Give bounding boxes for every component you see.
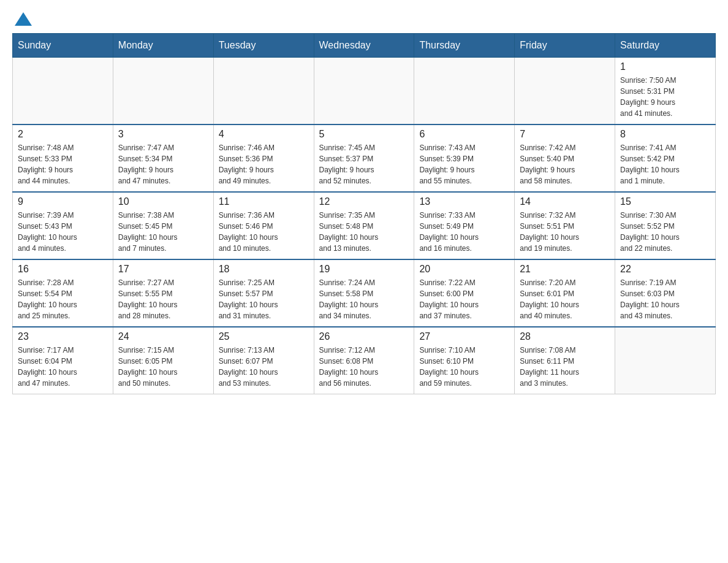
calendar-cell: 28Sunrise: 7:08 AM Sunset: 6:11 PM Dayli… bbox=[515, 327, 615, 394]
calendar-cell: 13Sunrise: 7:33 AM Sunset: 5:49 PM Dayli… bbox=[414, 192, 515, 259]
day-number: 7 bbox=[520, 129, 610, 140]
day-info: Sunrise: 7:46 AM Sunset: 5:36 PM Dayligh… bbox=[219, 142, 309, 186]
calendar-cell bbox=[13, 58, 113, 125]
calendar-cell: 11Sunrise: 7:36 AM Sunset: 5:46 PM Dayli… bbox=[213, 192, 314, 259]
day-info: Sunrise: 7:30 AM Sunset: 5:52 PM Dayligh… bbox=[620, 210, 710, 254]
calendar-cell: 26Sunrise: 7:12 AM Sunset: 6:08 PM Dayli… bbox=[314, 327, 414, 394]
calendar-cell: 6Sunrise: 7:43 AM Sunset: 5:39 PM Daylig… bbox=[414, 124, 515, 192]
calendar-week-3: 9Sunrise: 7:39 AM Sunset: 5:43 PM Daylig… bbox=[13, 192, 716, 259]
logo bbox=[12, 12, 32, 27]
calendar-week-1: 1Sunrise: 7:50 AM Sunset: 5:31 PM Daylig… bbox=[13, 58, 716, 125]
weekday-header-sunday: Sunday bbox=[13, 34, 113, 58]
day-info: Sunrise: 7:48 AM Sunset: 5:33 PM Dayligh… bbox=[18, 142, 108, 186]
calendar-header-row: SundayMondayTuesdayWednesdayThursdayFrid… bbox=[13, 34, 716, 58]
day-number: 17 bbox=[118, 264, 208, 275]
day-number: 28 bbox=[520, 331, 610, 342]
day-number: 26 bbox=[319, 331, 409, 342]
day-info: Sunrise: 7:41 AM Sunset: 5:42 PM Dayligh… bbox=[620, 142, 710, 186]
calendar-cell: 2Sunrise: 7:48 AM Sunset: 5:33 PM Daylig… bbox=[13, 124, 113, 192]
day-number: 9 bbox=[18, 196, 108, 207]
day-number: 21 bbox=[520, 264, 610, 275]
day-info: Sunrise: 7:13 AM Sunset: 6:07 PM Dayligh… bbox=[219, 345, 309, 389]
day-info: Sunrise: 7:50 AM Sunset: 5:31 PM Dayligh… bbox=[620, 75, 710, 119]
calendar-cell: 19Sunrise: 7:24 AM Sunset: 5:58 PM Dayli… bbox=[314, 259, 414, 327]
calendar-cell: 9Sunrise: 7:39 AM Sunset: 5:43 PM Daylig… bbox=[13, 192, 113, 259]
day-number: 16 bbox=[18, 264, 108, 275]
day-number: 14 bbox=[520, 196, 610, 207]
weekday-header-thursday: Thursday bbox=[414, 34, 515, 58]
calendar-cell: 15Sunrise: 7:30 AM Sunset: 5:52 PM Dayli… bbox=[615, 192, 716, 259]
day-number: 11 bbox=[219, 196, 309, 207]
day-number: 19 bbox=[319, 264, 409, 275]
day-number: 12 bbox=[319, 196, 409, 207]
day-info: Sunrise: 7:47 AM Sunset: 5:34 PM Dayligh… bbox=[118, 142, 208, 186]
day-number: 20 bbox=[419, 264, 509, 275]
day-number: 23 bbox=[18, 331, 108, 342]
calendar-cell bbox=[515, 58, 615, 125]
calendar-cell bbox=[113, 58, 213, 125]
calendar-cell: 27Sunrise: 7:10 AM Sunset: 6:10 PM Dayli… bbox=[414, 327, 515, 394]
calendar-cell: 10Sunrise: 7:38 AM Sunset: 5:45 PM Dayli… bbox=[113, 192, 213, 259]
calendar-cell: 12Sunrise: 7:35 AM Sunset: 5:48 PM Dayli… bbox=[314, 192, 414, 259]
day-number: 2 bbox=[18, 129, 108, 140]
day-number: 8 bbox=[620, 129, 710, 140]
weekday-header-friday: Friday bbox=[515, 34, 615, 58]
day-info: Sunrise: 7:39 AM Sunset: 5:43 PM Dayligh… bbox=[18, 210, 108, 254]
day-number: 6 bbox=[419, 129, 509, 140]
calendar-table: SundayMondayTuesdayWednesdayThursdayFrid… bbox=[12, 33, 716, 394]
day-info: Sunrise: 7:20 AM Sunset: 6:01 PM Dayligh… bbox=[520, 277, 610, 321]
calendar-cell: 4Sunrise: 7:46 AM Sunset: 5:36 PM Daylig… bbox=[213, 124, 314, 192]
calendar-cell: 20Sunrise: 7:22 AM Sunset: 6:00 PM Dayli… bbox=[414, 259, 515, 327]
calendar-cell: 25Sunrise: 7:13 AM Sunset: 6:07 PM Dayli… bbox=[213, 327, 314, 394]
day-info: Sunrise: 7:27 AM Sunset: 5:55 PM Dayligh… bbox=[118, 277, 208, 321]
calendar-cell: 16Sunrise: 7:28 AM Sunset: 5:54 PM Dayli… bbox=[13, 259, 113, 327]
weekday-header-tuesday: Tuesday bbox=[213, 34, 314, 58]
day-info: Sunrise: 7:25 AM Sunset: 5:57 PM Dayligh… bbox=[219, 277, 309, 321]
calendar-cell: 21Sunrise: 7:20 AM Sunset: 6:01 PM Dayli… bbox=[515, 259, 615, 327]
day-number: 10 bbox=[118, 196, 208, 207]
day-info: Sunrise: 7:42 AM Sunset: 5:40 PM Dayligh… bbox=[520, 142, 610, 186]
calendar-cell: 7Sunrise: 7:42 AM Sunset: 5:40 PM Daylig… bbox=[515, 124, 615, 192]
calendar-cell: 23Sunrise: 7:17 AM Sunset: 6:04 PM Dayli… bbox=[13, 327, 113, 394]
weekday-header-saturday: Saturday bbox=[615, 34, 716, 58]
calendar-week-2: 2Sunrise: 7:48 AM Sunset: 5:33 PM Daylig… bbox=[13, 124, 716, 192]
day-number: 22 bbox=[620, 264, 710, 275]
day-info: Sunrise: 7:10 AM Sunset: 6:10 PM Dayligh… bbox=[419, 345, 509, 389]
day-info: Sunrise: 7:22 AM Sunset: 6:00 PM Dayligh… bbox=[419, 277, 509, 321]
day-number: 25 bbox=[219, 331, 309, 342]
calendar-cell bbox=[213, 58, 314, 125]
day-info: Sunrise: 7:15 AM Sunset: 6:05 PM Dayligh… bbox=[118, 345, 208, 389]
calendar-week-4: 16Sunrise: 7:28 AM Sunset: 5:54 PM Dayli… bbox=[13, 259, 716, 327]
calendar-week-5: 23Sunrise: 7:17 AM Sunset: 6:04 PM Dayli… bbox=[13, 327, 716, 394]
weekday-header-monday: Monday bbox=[113, 34, 213, 58]
calendar-cell: 18Sunrise: 7:25 AM Sunset: 5:57 PM Dayli… bbox=[213, 259, 314, 327]
day-number: 3 bbox=[118, 129, 208, 140]
calendar-cell: 24Sunrise: 7:15 AM Sunset: 6:05 PM Dayli… bbox=[113, 327, 213, 394]
calendar-cell bbox=[615, 327, 716, 394]
calendar-cell: 14Sunrise: 7:32 AM Sunset: 5:51 PM Dayli… bbox=[515, 192, 615, 259]
day-info: Sunrise: 7:28 AM Sunset: 5:54 PM Dayligh… bbox=[18, 277, 108, 321]
day-info: Sunrise: 7:32 AM Sunset: 5:51 PM Dayligh… bbox=[520, 210, 610, 254]
day-info: Sunrise: 7:12 AM Sunset: 6:08 PM Dayligh… bbox=[319, 345, 409, 389]
day-info: Sunrise: 7:36 AM Sunset: 5:46 PM Dayligh… bbox=[219, 210, 309, 254]
day-info: Sunrise: 7:38 AM Sunset: 5:45 PM Dayligh… bbox=[118, 210, 208, 254]
day-number: 13 bbox=[419, 196, 509, 207]
day-info: Sunrise: 7:35 AM Sunset: 5:48 PM Dayligh… bbox=[319, 210, 409, 254]
calendar-cell: 8Sunrise: 7:41 AM Sunset: 5:42 PM Daylig… bbox=[615, 124, 716, 192]
day-number: 4 bbox=[219, 129, 309, 140]
day-info: Sunrise: 7:19 AM Sunset: 6:03 PM Dayligh… bbox=[620, 277, 710, 321]
day-number: 5 bbox=[319, 129, 409, 140]
day-info: Sunrise: 7:08 AM Sunset: 6:11 PM Dayligh… bbox=[520, 345, 610, 389]
day-number: 24 bbox=[118, 331, 208, 342]
logo-triangle-icon bbox=[15, 12, 32, 26]
calendar-cell: 22Sunrise: 7:19 AM Sunset: 6:03 PM Dayli… bbox=[615, 259, 716, 327]
calendar-cell bbox=[314, 58, 414, 125]
day-info: Sunrise: 7:17 AM Sunset: 6:04 PM Dayligh… bbox=[18, 345, 108, 389]
calendar-cell: 5Sunrise: 7:45 AM Sunset: 5:37 PM Daylig… bbox=[314, 124, 414, 192]
day-info: Sunrise: 7:43 AM Sunset: 5:39 PM Dayligh… bbox=[419, 142, 509, 186]
day-number: 1 bbox=[620, 61, 710, 72]
calendar-cell: 17Sunrise: 7:27 AM Sunset: 5:55 PM Dayli… bbox=[113, 259, 213, 327]
calendar-cell: 3Sunrise: 7:47 AM Sunset: 5:34 PM Daylig… bbox=[113, 124, 213, 192]
calendar-cell: 1Sunrise: 7:50 AM Sunset: 5:31 PM Daylig… bbox=[615, 58, 716, 125]
calendar-cell bbox=[414, 58, 515, 125]
